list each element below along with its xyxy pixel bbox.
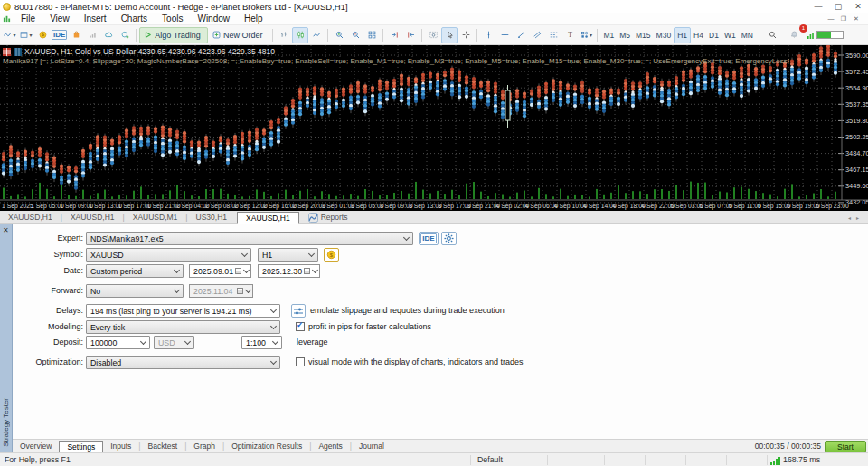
- ping-refresh-button[interactable]: [291, 304, 306, 318]
- svg-text:5 Sep 23:00: 5 Sep 23:00: [816, 203, 849, 210]
- algo-trading-button[interactable]: Algo Trading: [139, 27, 208, 43]
- date-period-combo[interactable]: Custom period: [86, 264, 184, 278]
- mdi-minimize-button[interactable]: —: [825, 15, 837, 22]
- chart-tab-4[interactable]: US30,H1: [188, 211, 236, 224]
- expert-combo[interactable]: NDS\Manika917.ex5: [86, 232, 413, 245]
- timeframe-combo[interactable]: H1: [258, 248, 318, 262]
- expert-properties-button[interactable]: [441, 232, 457, 245]
- timeframe-mn[interactable]: MN: [739, 30, 756, 41]
- modeling-combo[interactable]: Every tick: [86, 320, 280, 334]
- maximize-button[interactable]: ▢: [828, 0, 848, 13]
- symbol-specification-button[interactable]: $: [324, 248, 339, 262]
- delays-combo[interactable]: 194 ms (last ping to your server is 194.…: [86, 304, 280, 318]
- tab-overview[interactable]: Overview: [13, 440, 59, 453]
- market-button[interactable]: [68, 27, 84, 43]
- timeframe-m1[interactable]: M1: [600, 30, 617, 41]
- chart-window-icon[interactable]: [3, 14, 11, 23]
- timeframe-d1[interactable]: D1: [706, 30, 722, 41]
- menu-view[interactable]: View: [42, 13, 77, 25]
- menu-window[interactable]: Window: [190, 13, 237, 25]
- notifications-button[interactable]: 1: [787, 27, 803, 43]
- deposit-combo[interactable]: 100000: [86, 336, 150, 349]
- start-button[interactable]: Start: [825, 441, 866, 452]
- profit-pips-checkbox[interactable]: [296, 322, 305, 331]
- chart-type-dropdown[interactable]: ▾: [2, 27, 18, 43]
- expert-ide-button[interactable]: IDE: [419, 232, 439, 245]
- menu-insert[interactable]: Insert: [77, 13, 114, 25]
- tile-windows-button[interactable]: [363, 27, 380, 43]
- shift-end-right-button[interactable]: [386, 27, 402, 43]
- connection-status[interactable]: [807, 27, 844, 43]
- bar-chart-button[interactable]: [276, 27, 292, 43]
- window-layout-dropdown[interactable]: ▾: [18, 27, 34, 43]
- tab-settings[interactable]: Settings: [59, 441, 103, 453]
- tab-graph[interactable]: Graph: [186, 440, 222, 453]
- tab-journal[interactable]: Journal: [352, 440, 392, 453]
- ide-button[interactable]: IDE: [51, 27, 68, 43]
- date-to-field[interactable]: 2025.12.30: [258, 264, 320, 278]
- tab-scroll-arrows[interactable]: ◂▸: [848, 214, 864, 221]
- signals-button[interactable]: [84, 27, 100, 43]
- zoom-out-button[interactable]: [347, 27, 363, 43]
- modeling-note[interactable]: profit in pips for faster calculations: [308, 320, 431, 334]
- timeframe-m30[interactable]: M30: [654, 30, 675, 41]
- line-chart-button[interactable]: [308, 27, 325, 43]
- shift-end-left-button[interactable]: [402, 27, 419, 43]
- candlestick-chart-button[interactable]: [292, 27, 308, 43]
- date-from-field[interactable]: 2025.09.01: [189, 264, 251, 278]
- quotes-panel-icon: [14, 48, 22, 56]
- optimization-note[interactable]: visual mode with the display of charts, …: [308, 356, 524, 369]
- strategy-tester-strip[interactable]: ✕ Strategy Tester: [0, 224, 13, 452]
- mdi-restore-button[interactable]: ❐: [837, 15, 850, 23]
- timeframe-m5[interactable]: M5: [617, 30, 633, 41]
- timeframe-m15[interactable]: M15: [633, 30, 654, 41]
- vertical-line-tool[interactable]: [480, 27, 496, 43]
- menu-help[interactable]: Help: [237, 13, 270, 25]
- deposit-funds-button[interactable]: $: [34, 27, 51, 43]
- tab-optimization-results[interactable]: Optimization Results: [224, 440, 309, 453]
- tab-backtest[interactable]: Backtest: [141, 440, 185, 453]
- minimize-button[interactable]: —: [808, 0, 828, 13]
- close-button[interactable]: ✕: [848, 0, 868, 13]
- title-bar: 80017880 - ePlanet-MT5: Demo Account - H…: [0, 0, 868, 13]
- chart-tab-strip: XAUUSD,H1 | XAUUSD,H1 | XAUUSD,M1 | US30…: [0, 211, 868, 224]
- symbol-combo[interactable]: XAUUSD: [86, 248, 251, 262]
- timeframe-w1[interactable]: W1: [722, 30, 739, 41]
- screenshot-button[interactable]: [425, 27, 441, 43]
- timeframe-h4[interactable]: H4: [691, 30, 706, 41]
- chart-tab-2[interactable]: XAUUSD,H1: [62, 211, 123, 224]
- channel-tool[interactable]: [529, 27, 545, 43]
- tester-close-icon[interactable]: ✕: [3, 226, 9, 234]
- cloud-button[interactable]: [100, 27, 117, 43]
- shapes-dropdown[interactable]: ▾: [578, 27, 594, 43]
- mdi-close-button[interactable]: ✕: [850, 15, 863, 23]
- web-terminal-button[interactable]: [117, 27, 133, 43]
- reports-tab[interactable]: Reports: [308, 213, 348, 223]
- new-order-button[interactable]: New Order: [208, 27, 270, 43]
- tab-inputs[interactable]: Inputs: [103, 440, 138, 453]
- chart-tab-1[interactable]: XAUUSD,H1: [0, 211, 61, 224]
- visual-mode-checkbox[interactable]: [296, 357, 305, 366]
- timeframe-h1[interactable]: H1: [674, 27, 691, 43]
- trendline-tool[interactable]: [513, 27, 529, 43]
- cursor-tool-button[interactable]: [441, 27, 458, 43]
- search-icon: [769, 31, 777, 39]
- profile-name[interactable]: Default: [477, 455, 503, 464]
- menu-tools[interactable]: Tools: [155, 13, 190, 25]
- menu-file[interactable]: File: [14, 13, 42, 25]
- tab-agents[interactable]: Agents: [311, 440, 349, 453]
- forward-combo[interactable]: No: [86, 284, 184, 298]
- optimization-combo[interactable]: Disabled: [86, 356, 280, 369]
- fibonacci-tool[interactable]: [545, 27, 561, 43]
- crosshair-tool-button[interactable]: [458, 27, 474, 43]
- text-tool[interactable]: T: [561, 27, 578, 43]
- leverage-combo[interactable]: 1:100: [241, 336, 282, 349]
- coin-icon: $: [39, 31, 47, 39]
- chart-tab-active[interactable]: XAUUSD,H1: [237, 212, 299, 224]
- chart-tab-3[interactable]: XAUUSD,M1: [125, 211, 186, 224]
- price-chart[interactable]: 3590.003572.453554.903537.353519.803502.…: [0, 45, 868, 211]
- menu-charts[interactable]: Charts: [114, 13, 155, 25]
- search-button[interactable]: [765, 27, 781, 43]
- horizontal-line-tool[interactable]: [496, 27, 513, 43]
- zoom-in-button[interactable]: [331, 27, 347, 43]
